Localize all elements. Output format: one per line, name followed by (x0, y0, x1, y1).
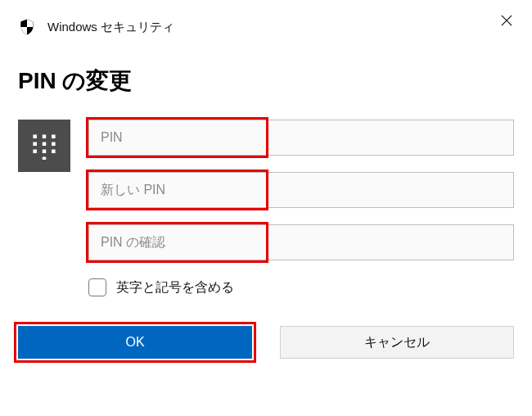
include-symbols-checkbox[interactable] (88, 278, 106, 296)
cancel-button[interactable]: キャンセル (280, 326, 514, 359)
svg-rect-6 (43, 142, 47, 146)
current-pin-input[interactable] (88, 120, 514, 156)
form-area: 英字と記号を含める (18, 120, 514, 296)
shield-icon (18, 18, 36, 36)
include-symbols-row: 英字と記号を含める (88, 278, 514, 296)
keypad-icon (18, 120, 70, 172)
svg-rect-7 (52, 142, 56, 146)
fields-column: 英字と記号を含める (88, 120, 514, 296)
svg-rect-10 (52, 150, 56, 154)
close-button[interactable] (499, 13, 514, 28)
current-pin-row (88, 120, 514, 156)
ok-button[interactable]: OK (18, 326, 252, 359)
button-row: OK キャンセル (18, 326, 514, 359)
page-heading: PIN の変更 (18, 66, 514, 97)
confirm-pin-row (88, 224, 514, 260)
svg-rect-9 (43, 150, 47, 154)
windows-security-dialog: Windows セキュリティ PIN の変更 (0, 0, 532, 380)
new-pin-input[interactable] (88, 172, 514, 208)
svg-rect-5 (33, 142, 37, 146)
dialog-title: Windows セキュリティ (47, 20, 174, 35)
include-symbols-label: 英字と記号を含める (116, 279, 234, 296)
svg-rect-2 (33, 134, 37, 138)
svg-rect-4 (52, 134, 56, 138)
confirm-pin-input[interactable] (88, 224, 514, 260)
svg-rect-8 (33, 150, 37, 154)
svg-rect-3 (43, 134, 47, 138)
svg-rect-11 (43, 157, 47, 160)
title-bar: Windows セキュリティ (18, 18, 514, 36)
ok-button-wrap: OK (18, 326, 252, 359)
new-pin-row (88, 172, 514, 208)
cancel-button-wrap: キャンセル (280, 326, 514, 359)
